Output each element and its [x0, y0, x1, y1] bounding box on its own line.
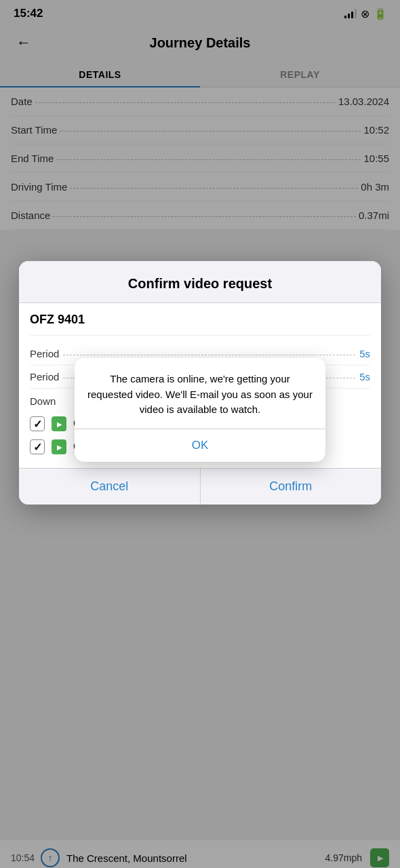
camera2-play-icon	[52, 439, 66, 454]
alert-message: The camera is online, we're getting your…	[75, 358, 325, 429]
confirm-button[interactable]: Confirm	[201, 469, 382, 505]
modal-actions: Cancel Confirm	[19, 468, 381, 505]
modal-title: Confirm video request	[19, 261, 381, 303]
camera1-checkbox[interactable]: ✓	[30, 416, 45, 431]
cancel-button[interactable]: Cancel	[19, 469, 201, 505]
camera1-play-icon	[52, 416, 66, 431]
camera2-checkbox[interactable]: ✓	[30, 439, 45, 454]
alert-dialog: The camera is online, we're getting your…	[75, 358, 325, 462]
alert-ok-button[interactable]: OK	[75, 429, 325, 462]
checkmark-icon: ✓	[33, 418, 42, 431]
checkmark-icon: ✓	[33, 441, 42, 454]
vehicle-id: OFZ 9401	[30, 313, 370, 336]
